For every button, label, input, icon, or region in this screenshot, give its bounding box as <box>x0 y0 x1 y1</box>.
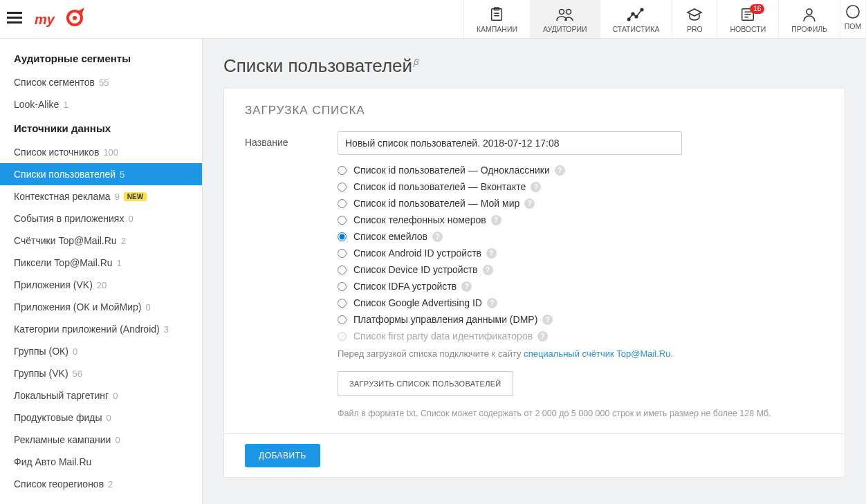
radio-label: Список телефонных номеров <box>353 214 486 225</box>
sidebar-item-label: Рекламные кампании <box>14 434 111 445</box>
radio-row[interactable]: Список Google Advertising ID? <box>338 297 824 308</box>
sidebar-item-label: Группы (VK) <box>14 368 68 379</box>
sidebar-item[interactable]: Фид Авто Mail.Ru <box>0 451 202 473</box>
radio-row[interactable]: Список Device ID устройств? <box>338 264 824 275</box>
sidebar-item[interactable]: Списки пользователей5 <box>0 163 202 185</box>
radio-input[interactable] <box>338 282 347 291</box>
sidebar-item-label: Категории приложений (Android) <box>14 324 160 335</box>
radio-input[interactable] <box>338 232 347 241</box>
nav-item-аудитории[interactable]: АУДИТОРИИ <box>530 0 600 38</box>
sidebar-item[interactable]: Рекламные кампании0 <box>0 429 202 451</box>
upload-button[interactable]: ЗАГРУЗИТЬ СПИСОК ПОЛЬЗОВАТЕЛЕЙ <box>338 371 513 396</box>
svg-rect-2 <box>7 21 22 24</box>
help-icon[interactable]: ? <box>555 165 565 176</box>
help-icon[interactable]: ? <box>531 182 541 192</box>
help-icon[interactable]: ? <box>432 232 443 242</box>
nav-item-новости[interactable]: 16НОВОСТИ <box>717 0 778 38</box>
help-icon[interactable]: ? <box>542 315 553 325</box>
sidebar-heading: Источники данных <box>0 115 202 141</box>
radio-label: Список first party data идентификаторов <box>353 330 533 342</box>
nav-item-статистика[interactable]: СТАТИСТИКА <box>600 0 672 38</box>
svg-point-13 <box>641 8 643 11</box>
radio-row[interactable]: Платформы управления данными (DMP)? <box>338 314 824 325</box>
sidebar-item-label: Приложения (ОК и МойМир) <box>14 301 141 312</box>
sidebar-item-count: 0 <box>73 346 77 357</box>
sidebar-item-label: События в приложениях <box>14 213 124 224</box>
sidebar-item-count: 3 <box>164 324 169 335</box>
sidebar-item[interactable]: Приложения (VK)20 <box>0 274 202 296</box>
hint-line: Перед загрузкой списка подключите к сайт… <box>245 348 824 359</box>
radio-input[interactable] <box>338 299 347 308</box>
name-input[interactable] <box>338 131 682 155</box>
radio-row[interactable]: Список IDFA устройств? <box>338 281 824 292</box>
sidebar-item[interactable]: Категории приложений (Android)3 <box>0 318 202 340</box>
help-icon[interactable]: ? <box>486 248 497 259</box>
menu-icon[interactable] <box>1 10 28 28</box>
sidebar-item[interactable]: Продуктовые фиды0 <box>0 407 202 429</box>
radio-row[interactable]: Список Android ID устройств? <box>338 248 824 259</box>
sidebar-item[interactable]: События в приложениях0 <box>0 207 202 230</box>
svg-point-12 <box>635 15 638 18</box>
audience-icon <box>555 7 575 22</box>
sidebar-item-label: Счётчики Top@Mail.Ru <box>14 235 117 246</box>
sidebar-item[interactable]: Локальный таргетинг0 <box>0 384 202 407</box>
sidebar-item[interactable]: Пиксели Top@Mail.Ru1 <box>0 252 202 274</box>
help-icon[interactable]: ? <box>483 265 493 275</box>
sidebar-item-count: 1 <box>63 100 68 110</box>
sidebar-item[interactable]: Группы (ОК)0 <box>0 340 202 362</box>
radio-row[interactable]: Список емейлов? <box>338 231 824 242</box>
radio-row[interactable]: Список id пользователей — Вконтакте? <box>338 181 824 192</box>
sidebar-item[interactable]: Список георегионов2 <box>0 473 202 495</box>
radio-input[interactable] <box>338 315 347 324</box>
page-title-text: Списки пользователей <box>223 55 412 76</box>
radio-input[interactable] <box>338 216 347 225</box>
sidebar-item-label: Контекстная реклама <box>14 191 111 202</box>
badge: 16 <box>750 4 764 14</box>
help-icon[interactable]: ? <box>461 281 472 292</box>
sidebar-item-count: 0 <box>128 214 133 224</box>
radio-row[interactable]: Список id пользователей — Одноклассники? <box>338 165 824 176</box>
sidebar-item[interactable]: Группы (VK)56 <box>0 362 202 384</box>
radio-label: Список id пользователей — Вконтакте <box>353 181 526 192</box>
logo[interactable]: my <box>35 8 95 31</box>
sidebar-item[interactable]: Список источников100 <box>0 141 202 163</box>
layout: Аудиторные сегментыСписок сегментов55Loo… <box>0 39 866 504</box>
help-icon[interactable]: ? <box>491 215 501 225</box>
sidebar-item-count: 1 <box>117 258 122 268</box>
sidebar-item[interactable]: Look-Alike1 <box>0 93 202 115</box>
panel-body: ЗАГРУЗКА СПИСКА Название Список id польз… <box>224 88 845 433</box>
radio-row[interactable]: Список id пользователей — Мой мир? <box>338 198 824 209</box>
sidebar-item[interactable]: Приложения (ОК и МойМир)0 <box>0 296 202 318</box>
nav-item-кампании[interactable]: КАМПАНИИ <box>463 0 530 38</box>
radio-input[interactable] <box>338 183 347 192</box>
radio-input[interactable] <box>338 265 347 274</box>
radio-input[interactable] <box>338 166 347 175</box>
main: Списки пользователейβ ЗАГРУЗКА СПИСКА На… <box>203 39 866 504</box>
hint-link[interactable]: специальный счётчик Top@Mail.Ru <box>524 348 670 359</box>
sidebar-item-count: 0 <box>107 413 111 423</box>
sidebar-item-count: 5 <box>120 169 125 180</box>
radio-input[interactable] <box>338 249 347 258</box>
sidebar-item-label: Фид Авто Mail.Ru <box>14 456 91 467</box>
sidebar-item[interactable]: Контекстная реклама9NEW <box>0 185 202 207</box>
help-icon <box>843 4 863 19</box>
sidebar-item-label: Список источников <box>14 147 99 158</box>
help-icon[interactable]: ? <box>537 331 548 342</box>
sidebar-item-label: Список сегментов <box>14 77 95 88</box>
nav-item-профиль[interactable]: ПРОФИЛЬ <box>778 0 840 38</box>
nav-label: СТАТИСТИКА <box>613 25 660 33</box>
sidebar-item[interactable]: Счётчики Top@Mail.Ru2 <box>0 230 202 252</box>
nav-item-help[interactable]: ПОМ <box>840 0 866 38</box>
help-icon[interactable]: ? <box>524 198 535 209</box>
sidebar-item[interactable]: Список сегментов55 <box>0 71 202 93</box>
sidebar-item-count: 56 <box>73 368 82 379</box>
add-button[interactable]: ДОБАВИТЬ <box>245 444 320 467</box>
radio-label: Платформы управления данными (DMP) <box>353 314 537 325</box>
radio-row[interactable]: Список телефонных номеров? <box>338 214 824 225</box>
radio-input[interactable] <box>338 199 347 208</box>
nav-item-pro[interactable]: PRO <box>672 0 717 38</box>
help-icon[interactable]: ? <box>487 298 497 308</box>
radio-list: Список id пользователей — Одноклассники?… <box>245 165 824 342</box>
radio-label: Список Google Advertising ID <box>353 297 482 308</box>
sidebar-heading: Аудиторные сегменты <box>0 46 202 71</box>
